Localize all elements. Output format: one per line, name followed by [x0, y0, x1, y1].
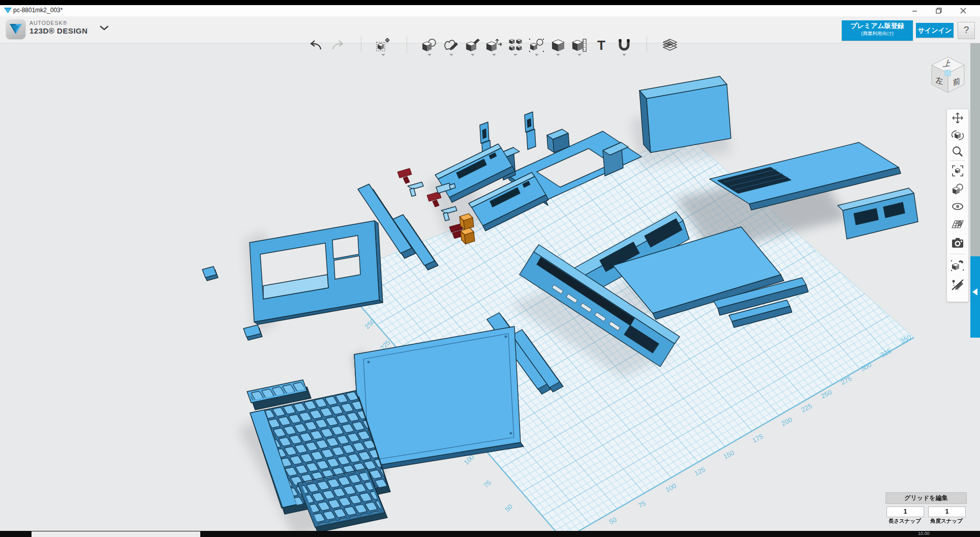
transform-tool-button[interactable]: [375, 37, 392, 54]
rail-separator: [950, 160, 965, 161]
grid-visibility-button[interactable]: [951, 217, 964, 230]
part-small-plate-1[interactable]: [202, 266, 218, 281]
help-button[interactable]: ?: [958, 22, 975, 39]
navigation-rail: [946, 109, 969, 302]
canvas-edge-scrollstrip[interactable]: [970, 43, 980, 256]
angle-snap-label: 角度スナップ: [927, 518, 966, 525]
toolbar-separator: [361, 37, 361, 53]
pan-button[interactable]: [951, 111, 964, 125]
length-snap-label: 長さスナップ: [885, 518, 924, 525]
tool-dropdown-caret[interactable]: [535, 54, 539, 56]
orbit-icon: [952, 129, 964, 141]
part-io-panel[interactable]: [838, 188, 918, 239]
premium-label: プレミアム版登録: [842, 21, 913, 31]
length-snap-input[interactable]: 1: [886, 506, 924, 517]
undo-button[interactable]: [308, 37, 325, 54]
restore-button[interactable]: [931, 6, 946, 15]
undo-icon: [310, 40, 323, 51]
angle-snap-input[interactable]: 1: [928, 506, 966, 517]
grid-settings-panel: グリッドを編集 1 1 長さスナップ 角度スナップ: [884, 492, 967, 529]
redo-button[interactable]: [329, 37, 346, 54]
view-cube[interactable]: 上 左 前: [926, 53, 970, 97]
pan-icon: [952, 112, 964, 124]
construct-tool-button[interactable]: [464, 37, 481, 54]
tool-dropdown-caret[interactable]: [556, 54, 560, 56]
fit-icon: [952, 165, 964, 177]
modeling-canvas[interactable]: 50 75 100 125 150 175 200 225 250 275 30…: [0, 0, 980, 537]
svg-text:125: 125: [693, 465, 707, 477]
tool-dropdown-caret[interactable]: [427, 54, 432, 56]
magnet-icon: [617, 38, 631, 52]
tool-dropdown-caret[interactable]: [471, 54, 475, 56]
premium-signup-button[interactable]: プレミアム版登録 (商業利用向け): [842, 20, 913, 41]
tool-dropdown-caret[interactable]: [622, 54, 626, 56]
window-title: pc-8801mk2_003*: [13, 7, 63, 14]
tool-dropdown-caret[interactable]: [513, 54, 517, 56]
visibility-button[interactable]: [951, 200, 964, 213]
edit-grid-button[interactable]: グリッドを編集: [885, 492, 967, 504]
svg-text:50: 50: [503, 502, 514, 513]
sketch-tool-button[interactable]: [443, 37, 460, 54]
combine-icon: [551, 38, 565, 52]
modify-icon: [486, 38, 502, 52]
primitives-icon: [422, 38, 437, 52]
disable-sketch-snap-button[interactable]: [951, 278, 964, 291]
app-logo[interactable]: [6, 19, 25, 39]
grouping-icon: [529, 38, 544, 52]
minimize-button[interactable]: [907, 6, 922, 15]
premium-sublabel: (商業利用向け): [842, 31, 913, 37]
pattern-icon: [508, 38, 523, 52]
screen-top-edge: [0, 0, 980, 5]
parts-panel-tab[interactable]: [970, 256, 980, 338]
svg-text:200: 200: [780, 415, 793, 427]
orbit-button[interactable]: [951, 129, 964, 142]
toolbar-separator: [407, 37, 407, 53]
combine-tool-button[interactable]: [549, 37, 567, 54]
modify-tool-button[interactable]: [485, 37, 503, 54]
zoom-button[interactable]: [951, 145, 964, 158]
view-cube-corner-highlight[interactable]: [945, 70, 951, 76]
screenshot-button[interactable]: [951, 236, 964, 250]
panel-expand-arrow-icon: [972, 288, 978, 296]
snap-tool-button[interactable]: [616, 37, 633, 54]
grouping-tool-button[interactable]: [528, 37, 545, 54]
status-bar: 10.00: [0, 531, 980, 537]
material-tool-button[interactable]: [661, 37, 679, 54]
pattern-tool-button[interactable]: [507, 37, 524, 54]
tool-dropdown-caret[interactable]: [449, 54, 453, 56]
menu-chevron-icon[interactable]: [100, 25, 109, 31]
svg-text:150: 150: [722, 449, 736, 460]
sketch-icon: [444, 38, 459, 52]
transform-move-icon: [376, 38, 391, 53]
svg-text:225: 225: [800, 402, 813, 413]
view-cube-left-label[interactable]: 左: [936, 75, 943, 86]
status-value: 10.00: [918, 531, 930, 536]
tool-dropdown-caret[interactable]: [577, 54, 581, 56]
snap-objects-button[interactable]: [951, 259, 964, 272]
svg-text:75: 75: [637, 499, 647, 510]
primitives-tool-button[interactable]: [421, 37, 438, 54]
view-cube-front-label[interactable]: 前: [953, 76, 961, 87]
tool-dropdown-caret[interactable]: [492, 54, 496, 56]
window-titlebar: pc-8801mk2_003*: [0, 5, 980, 17]
fit-view-button[interactable]: [951, 164, 964, 177]
rail-separator: [950, 254, 965, 254]
camera-icon: [952, 237, 964, 249]
measure-tool-button[interactable]: [571, 37, 588, 54]
app-window-icon: [4, 7, 12, 14]
close-button[interactable]: [956, 6, 971, 15]
magnifier-icon: [952, 145, 964, 158]
signin-button[interactable]: サインイン: [916, 23, 954, 38]
close-icon: [960, 8, 966, 14]
grid-eye-icon: [951, 218, 964, 230]
shading-icon: [952, 183, 964, 195]
brand-text: AUTODESK®: [29, 20, 67, 26]
minimize-icon: [912, 8, 917, 14]
shading-button[interactable]: [951, 183, 964, 196]
text-tool-button[interactable]: T: [593, 37, 610, 54]
tool-dropdown-caret[interactable]: [381, 54, 385, 56]
product-text: 123D® DESIGN: [29, 26, 88, 35]
restore-icon: [936, 8, 942, 14]
toolbar-separator: [647, 37, 647, 53]
svg-text:50: 50: [608, 516, 618, 526]
